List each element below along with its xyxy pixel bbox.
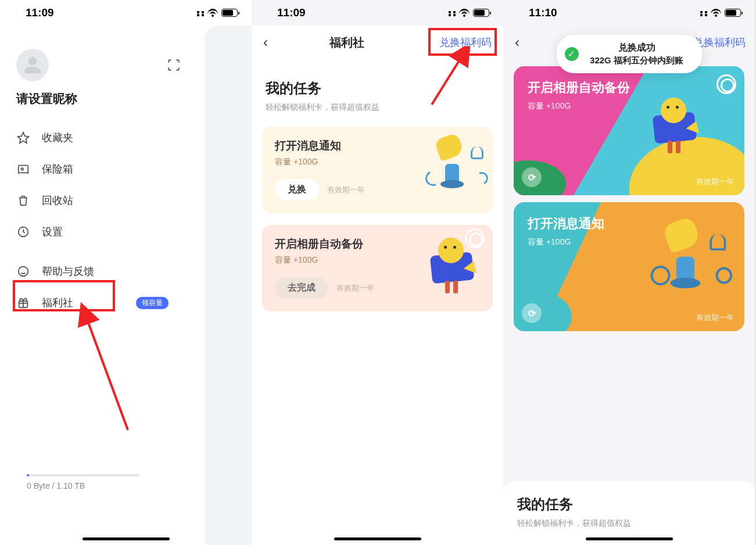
phone-1-drawer-screen: 11:09 请设置昵称 收藏夹 <box>0 0 252 545</box>
scan-icon[interactable] <box>166 58 181 73</box>
success-toast: ✓ 兑换成功 322G 福利五分钟内到账 <box>557 35 702 73</box>
task-card-backup: 开启相册自动备份 容量 +100G 去完成 有效期一年 <box>262 225 493 311</box>
menu-label: 保险箱 <box>42 162 73 176</box>
sheet-header: ‹ 福利社 兑换福利码 <box>252 26 503 59</box>
trash-icon <box>16 193 30 207</box>
battery-icon <box>725 9 741 17</box>
phone-2-welfare-screen: 11:09 上传你的 上传照 上传视 拍照上 上传文 新建文 ‹ 福利社 兑换福… <box>252 0 503 545</box>
tasks-section-header: 我的任务 轻松解锁福利卡，获得超值权益 <box>252 59 503 115</box>
wifi-icon <box>207 9 218 17</box>
redeem-code-link[interactable]: 兑换福利码 <box>439 35 492 49</box>
promo-reward: 容量 +100G <box>514 96 744 112</box>
nickname-prompt[interactable]: 请设置昵称 <box>0 87 192 122</box>
status-bar: 11:09 <box>0 0 252 26</box>
status-icons <box>700 9 741 17</box>
battery-icon <box>221 9 238 17</box>
section-title: 我的任务 <box>266 79 489 98</box>
task-card-notification: 打开消息通知 容量 +100G 兑换 有效期一年 <box>262 127 493 213</box>
validity-label: 有效期一年 <box>696 313 734 323</box>
battery-icon <box>473 9 489 17</box>
menu-help[interactable]: 帮助与反馈 <box>16 256 192 287</box>
check-icon: ✓ <box>565 47 579 61</box>
smile-icon <box>16 264 30 278</box>
menu-favorites[interactable]: 收藏夹 <box>16 122 192 153</box>
phone-3-success-screen: 11:10 ‹ 兑换福利码 ✓ 兑换成功 322G 福利五分钟内到账 开启相册自… <box>503 0 755 545</box>
toast-message: 322G 福利五分钟内到账 <box>586 55 688 66</box>
validity-label: 有效期一年 <box>327 185 365 195</box>
complete-button[interactable]: 去完成 <box>275 277 328 299</box>
home-indicator <box>83 537 170 540</box>
status-icons <box>197 9 238 17</box>
menu-label: 福利社 <box>42 296 73 310</box>
storage-bar <box>27 474 139 476</box>
promo-reward: 容量 +100G <box>514 232 744 248</box>
menu-label: 帮助与反馈 <box>42 264 94 278</box>
background-sheet <box>205 26 252 545</box>
status-icons <box>449 9 489 17</box>
redeem-button[interactable]: 兑换 <box>275 179 319 200</box>
gear-icon <box>16 225 30 239</box>
clock: 11:10 <box>529 6 557 19</box>
storage-text: 0 Byte / 1.10 TB <box>27 481 85 490</box>
menu-label: 回收站 <box>42 193 73 207</box>
task-illustration <box>423 132 487 196</box>
wifi-icon <box>711 9 721 17</box>
svg-point-3 <box>19 267 28 277</box>
star-icon <box>16 131 30 145</box>
section-subtitle: 轻松解锁福利卡，获得超值权益 <box>266 102 489 113</box>
signal-icon <box>197 9 204 16</box>
avatar[interactable] <box>16 49 49 81</box>
validity-label: 有效期一年 <box>696 177 734 187</box>
svg-point-1 <box>21 168 23 170</box>
task-illustration <box>423 231 487 295</box>
capacity-badge: 领容量 <box>136 297 169 309</box>
status-bar: 11:09 <box>252 0 503 26</box>
section-subtitle: 轻松解锁福利卡，获得超值权益 <box>517 518 741 529</box>
back-button[interactable]: ‹ <box>515 34 519 51</box>
tasks-bottom-sheet: 我的任务 轻松解锁福利卡，获得超值权益 <box>503 481 755 545</box>
signal-icon <box>700 9 707 16</box>
promo-card-backup[interactable]: 开启相册自动备份 容量 +100G ⟳ 有效期一年 <box>514 66 744 195</box>
menu-welfare[interactable]: 福利社 领容量 <box>16 287 192 318</box>
swirl-icon: ⟳ <box>522 303 542 323</box>
status-bar: 11:10 <box>503 0 755 26</box>
side-drawer: 请设置昵称 收藏夹 保险箱 回收站 设置 帮助与反馈 <box>0 26 192 525</box>
toast-title: 兑换成功 <box>586 42 688 54</box>
menu-safebox[interactable]: 保险箱 <box>16 153 192 185</box>
welfare-sheet: ‹ 福利社 兑换福利码 我的任务 轻松解锁福利卡，获得超值权益 打开消息通知 容… <box>252 26 503 545</box>
clock: 11:09 <box>26 6 54 19</box>
menu-label: 收藏夹 <box>42 131 73 145</box>
menu-recycle[interactable]: 回收站 <box>16 185 192 216</box>
swirl-icon: ⟳ <box>522 167 542 187</box>
section-title: 我的任务 <box>517 495 741 514</box>
page-title: 福利社 <box>254 35 439 51</box>
validity-label: 有效期一年 <box>336 283 374 293</box>
sync-icon <box>465 228 485 248</box>
home-indicator <box>586 537 673 540</box>
menu-settings[interactable]: 设置 <box>16 216 192 248</box>
safe-icon <box>16 162 30 176</box>
menu-label: 设置 <box>42 225 63 239</box>
signal-icon <box>449 9 456 16</box>
home-indicator <box>334 537 421 540</box>
wifi-icon <box>459 9 470 17</box>
storage-meter: 0 Byte / 1.10 TB <box>27 474 139 490</box>
drawer-menu: 收藏夹 保险箱 回收站 设置 帮助与反馈 福利社 领容量 <box>0 122 192 318</box>
clock: 11:09 <box>277 6 306 19</box>
promo-card-notification[interactable]: 打开消息通知 容量 +100G ⟳ 有效期一年 <box>514 202 744 331</box>
gift-icon <box>16 296 30 310</box>
sync-icon <box>716 74 736 94</box>
